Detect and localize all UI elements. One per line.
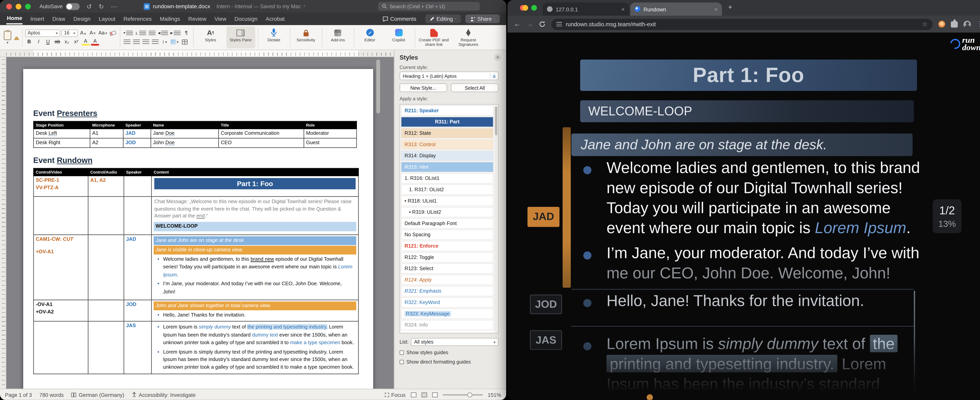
tab-mailings[interactable]: Mailings xyxy=(159,14,181,24)
copilot-button[interactable]: Copilot xyxy=(384,26,413,48)
shading-button[interactable]: ▾ xyxy=(170,38,179,46)
grow-font-button[interactable]: A▴ xyxy=(79,29,87,37)
style-item[interactable]: R312: State xyxy=(401,128,494,138)
word-count[interactable]: 780 words xyxy=(40,391,64,398)
minimize-window-button[interactable] xyxy=(16,3,21,9)
comments-button[interactable]: Comments xyxy=(378,14,421,23)
select-all-button[interactable]: Select All xyxy=(451,83,499,92)
style-item-selected[interactable]: R311: Part xyxy=(401,117,494,127)
document-title[interactable]: rundown-template.docx xyxy=(153,3,210,10)
table-row-part[interactable]: SC-PRE-1VV-PTZ-A A1, A2 Part 1: Foo xyxy=(33,176,358,197)
accessibility-status[interactable]: Accessibility: Investigate xyxy=(132,391,196,398)
zoom-slider-knob[interactable] xyxy=(468,392,473,397)
style-item[interactable]: 1. R316: OList1 xyxy=(401,173,494,184)
style-item[interactable]: R313: Control xyxy=(401,139,494,150)
tab-acrobat[interactable]: Acrobat xyxy=(265,14,285,24)
zoom-level[interactable]: 151% xyxy=(488,391,501,398)
tab-docusign[interactable]: Docusign xyxy=(234,14,258,24)
close-tab-icon[interactable]: × xyxy=(621,6,625,12)
document-status[interactable]: Intern - Internal — Saved to my Mac ▾ xyxy=(216,3,305,10)
dictate-button[interactable]: Dictate xyxy=(259,26,288,48)
reload-button[interactable] xyxy=(539,21,546,28)
strikethrough-button[interactable]: ab xyxy=(53,38,62,46)
add-ins-button[interactable]: Add-ins xyxy=(323,26,352,48)
table-row-jad[interactable]: CAM1-CW: CUT +OV-A1 JAD Jane and John ar… xyxy=(33,235,358,300)
font-color-button[interactable]: A xyxy=(91,38,99,46)
browser-tab-rundown[interactable]: Rundown × xyxy=(630,3,722,16)
table-row[interactable]: Desk Right A2 JOD John Doe CEO Guest xyxy=(33,138,356,148)
new-tab-button[interactable]: + xyxy=(728,3,732,11)
zoom-slider[interactable] xyxy=(442,394,483,395)
view-mode-print-button[interactable] xyxy=(421,392,427,397)
bookmark-star-icon[interactable]: ☆ xyxy=(922,21,928,28)
tab-review[interactable]: Review xyxy=(188,14,207,24)
underline-button[interactable]: U xyxy=(44,38,52,46)
extensions-puzzle-icon[interactable] xyxy=(951,21,958,27)
table-row-jod[interactable]: -OV-A1+OV-A2 JOD John and Jane shown tog… xyxy=(33,300,358,321)
current-style-box[interactable]: Heading 1 + (Latin) Aptos a xyxy=(399,71,499,80)
tab-references[interactable]: References xyxy=(123,14,152,24)
sensitivity-button[interactable]: Sensitivity xyxy=(291,26,320,48)
undo-icon[interactable]: ↺ xyxy=(86,3,92,10)
zoom-window-button[interactable] xyxy=(531,5,537,11)
table-row-welcome[interactable]: Chat Message: „Welcome to this new episo… xyxy=(33,197,358,235)
style-item[interactable]: R122: Toggle xyxy=(401,252,494,262)
zoom-window-button[interactable] xyxy=(25,3,31,9)
numbering-button[interactable]: 1. xyxy=(135,29,146,37)
increase-indent-button[interactable]: ▸ xyxy=(170,29,181,37)
document-scrollbar[interactable] xyxy=(376,60,380,113)
presenters-table[interactable]: Stage Position Microphone Speaker Name T… xyxy=(33,121,357,148)
bullets-button[interactable]: • xyxy=(123,29,134,37)
table-row[interactable]: Desk Left A1 JAD Jane Doe Corporate Comm… xyxy=(33,129,356,138)
close-tab-icon[interactable]: × xyxy=(714,6,718,12)
browser-menu-icon[interactable]: ⋮ xyxy=(977,21,980,28)
list-filter-select[interactable]: All styles ▾ xyxy=(411,338,499,346)
style-item[interactable]: R211: Speaker xyxy=(401,105,494,116)
redo-icon[interactable]: ↻ xyxy=(99,3,104,10)
style-item[interactable]: R323: KeyMessage xyxy=(401,308,494,319)
page-indicator[interactable]: Page 1 of 3 xyxy=(5,391,32,398)
document-page[interactable]: + Event Presenters Stage Position Microp… xyxy=(23,69,373,389)
editor-button[interactable]: Editor xyxy=(355,26,384,48)
line-spacing-button[interactable]: ↕▾ xyxy=(161,38,169,46)
tab-view[interactable]: View xyxy=(214,14,227,24)
autosave-toggle[interactable] xyxy=(66,3,80,10)
view-mode-web-button[interactable] xyxy=(432,392,438,397)
paste-button[interactable]: ▾ xyxy=(4,30,11,44)
align-right-button[interactable] xyxy=(142,38,150,46)
close-window-button[interactable] xyxy=(6,3,12,9)
decrease-indent-button[interactable]: ◂ xyxy=(157,29,169,37)
minimize-window-button[interactable] xyxy=(523,5,528,11)
tab-insert[interactable]: Insert xyxy=(30,14,45,24)
styles-list-scrollbar[interactable] xyxy=(494,105,498,332)
teleprompter-view[interactable]: rundown Part 1: Foo WELCOME-LOOP JAD Jan… xyxy=(508,33,980,400)
shrink-font-button[interactable]: A▾ xyxy=(88,29,97,37)
style-item[interactable]: • R319: UList2 xyxy=(401,207,494,217)
show-styles-guides-option[interactable]: Show styles guides xyxy=(395,346,506,356)
show-paragraph-marks-button[interactable]: ¶ xyxy=(182,29,191,37)
borders-button[interactable] xyxy=(180,38,189,46)
horizontal-ruler[interactable] xyxy=(0,50,394,57)
vertical-ruler[interactable] xyxy=(0,57,6,389)
rundown-table[interactable]: Control/Video Control/Audio Speaker Cont… xyxy=(33,168,359,374)
tab-draw[interactable]: Draw xyxy=(52,14,66,24)
style-item[interactable]: R124: Apply xyxy=(401,275,494,285)
subscript-button[interactable]: x₂ xyxy=(63,38,71,46)
font-name-select[interactable]: Aptos▾ xyxy=(25,29,60,37)
profile-avatar[interactable] xyxy=(963,21,971,28)
style-item[interactable]: R123: Select xyxy=(401,263,494,274)
close-icon[interactable]: × xyxy=(494,54,501,61)
text-highlight-button[interactable]: A xyxy=(81,38,90,46)
forward-button[interactable]: → xyxy=(526,21,533,28)
focus-mode-button[interactable]: Focus xyxy=(384,391,406,398)
new-style-button[interactable]: New Style... xyxy=(399,83,447,92)
align-center-button[interactable] xyxy=(132,38,140,46)
style-item[interactable]: No Spacing xyxy=(401,229,494,240)
style-item[interactable]: R322: KeyWord xyxy=(401,297,494,308)
view-mode-read-button[interactable] xyxy=(410,392,416,397)
style-item[interactable]: 1. R317: OList2 xyxy=(401,184,494,195)
editing-mode-button[interactable]: Editing ▾ xyxy=(425,14,461,23)
bold-button[interactable]: B xyxy=(25,38,33,46)
font-size-select[interactable]: 16▾ xyxy=(62,29,78,37)
create-pdf-button[interactable]: Create PDF and share link xyxy=(416,26,452,48)
